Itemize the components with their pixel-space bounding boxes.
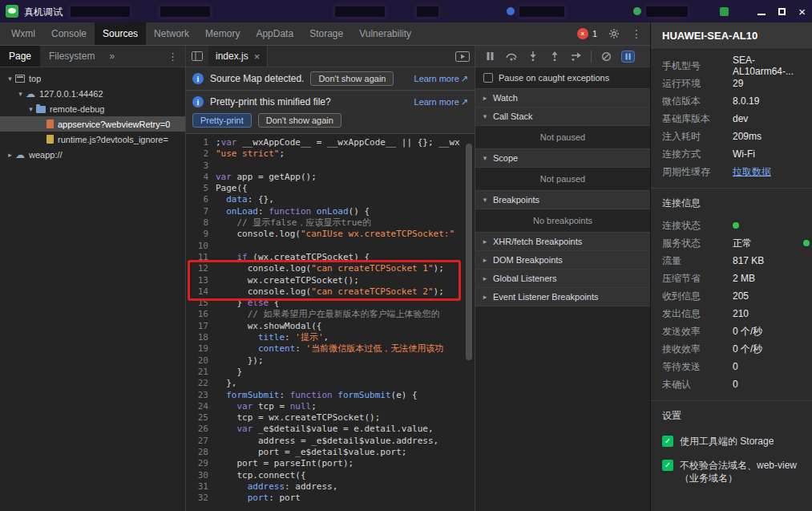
tab-appdata[interactable]: AppData (248, 22, 301, 45)
line-number[interactable]: 12 (186, 263, 208, 274)
section-label: XHR/fetch Breakpoints (493, 237, 582, 246)
line-number[interactable]: 14 (186, 286, 208, 298)
navigator-tab-filesystem[interactable]: Filesystem (40, 46, 103, 67)
tree-item-runtime-js-devtools-ignore[interactable]: runtime.js?devtools_ignore= (0, 132, 185, 147)
tab-vulnerability[interactable]: Vulnerability (351, 22, 419, 45)
section-event-listener-breakpoints[interactable]: ▸Event Listener Breakpoints (475, 288, 650, 306)
toggle-debugger-panel-icon[interactable] (455, 46, 475, 67)
editor-scrollbar[interactable] (466, 144, 472, 360)
setting-option[interactable]: ✓使用工具端的 Storage (651, 429, 812, 453)
connection-row: 未确认0 (651, 375, 812, 393)
tree-item-weapp[interactable]: ▸☁weapp:// (0, 147, 185, 162)
line-number[interactable]: 25 (186, 412, 208, 424)
tab-network[interactable]: Network (146, 22, 197, 45)
pretty-print-button[interactable]: Pretty-print (192, 113, 252, 128)
learn-more-link[interactable]: Learn more↗ (414, 74, 468, 84)
tree-item-appservice-webviewretry-0[interactable]: appservice?webviewRetry=0 (0, 116, 185, 132)
tree-item-127-0-0-1-44462[interactable]: ▾☁127.0.0.1:44462 (0, 86, 185, 101)
line-number[interactable]: 19 (186, 343, 208, 355)
line-number[interactable]: 30 (186, 470, 208, 481)
checkbox-checked[interactable]: ✓ (662, 436, 673, 447)
editor-tab-indexjs[interactable]: index.js × (208, 46, 268, 67)
line-number[interactable]: 4 (186, 172, 208, 183)
section-breakpoints[interactable]: ▾Breakpoints (475, 191, 650, 209)
section-watch[interactable]: ▸Watch (475, 89, 650, 107)
line-number[interactable]: 23 (186, 390, 208, 401)
tree-item-remote-debug[interactable]: ▾remote-debug (0, 101, 185, 116)
info-icon: i (192, 73, 204, 84)
code-editor[interactable]: 1234567891011121314151617181920212223242… (186, 134, 475, 511)
learn-more-link[interactable]: Learn more↗ (414, 97, 468, 107)
line-number[interactable]: 7 (186, 206, 208, 217)
tree-arrow-icon[interactable]: ▸ (5, 151, 15, 159)
code-line-11: if (wx.createTCPSocket) { (216, 252, 475, 263)
redacted-text (160, 6, 210, 17)
close-button[interactable]: × (798, 6, 806, 18)
close-tab-icon[interactable]: × (254, 51, 261, 63)
line-number[interactable]: 2 (186, 148, 208, 160)
section-call-stack[interactable]: ▾Call Stack (475, 107, 650, 126)
kebab-menu-icon[interactable]: ⋮ (631, 27, 642, 40)
tab-overflow-icon[interactable]: » (103, 46, 120, 67)
gear-icon[interactable] (608, 28, 620, 39)
line-number[interactable]: 26 (186, 424, 208, 435)
line-number[interactable]: 6 (186, 194, 208, 205)
tab-sources[interactable]: Sources (95, 22, 146, 45)
line-number[interactable]: 20 (186, 355, 208, 367)
tree-arrow-icon[interactable]: ▾ (5, 75, 15, 83)
tab-memory[interactable]: Memory (197, 22, 248, 45)
tab-console[interactable]: Console (43, 22, 95, 45)
line-number[interactable]: 17 (186, 321, 208, 332)
dont-show-again-button[interactable]: Don't show again (310, 71, 394, 86)
section-dom-breakpoints[interactable]: ▸DOM Breakpoints (475, 251, 650, 270)
line-number[interactable]: 31 (186, 481, 208, 493)
line-number[interactable]: 5 (186, 183, 208, 194)
line-number[interactable]: 15 (186, 298, 208, 309)
line-number[interactable]: 8 (186, 217, 208, 229)
section-label: Scope (493, 153, 518, 163)
section-scope[interactable]: ▾Scope (475, 149, 650, 168)
section-global-listeners[interactable]: ▸Global Listeners (475, 270, 650, 288)
line-number[interactable]: 13 (186, 275, 208, 286)
line-number[interactable]: 21 (186, 367, 208, 378)
line-number[interactable]: 18 (186, 332, 208, 343)
step-into-icon[interactable] (523, 48, 543, 64)
fetch-data-link[interactable]: 拉取数据 (733, 165, 771, 179)
tab-wxml[interactable]: Wxml (3, 22, 43, 45)
line-number[interactable]: 28 (186, 447, 208, 458)
pause-icon[interactable] (480, 48, 499, 64)
line-number[interactable]: 24 (186, 401, 208, 412)
navigator-kebab-menu-icon[interactable]: ⋮ (160, 46, 185, 67)
line-number[interactable]: 16 (186, 309, 208, 320)
code-lines: ;var __wxAppCode__ = __wxAppCode__ || {}… (216, 137, 475, 511)
checkbox-unchecked[interactable] (483, 73, 493, 83)
step-icon[interactable] (567, 48, 586, 64)
pause-on-exceptions-icon[interactable] (618, 48, 637, 64)
tab-storage[interactable]: Storage (301, 22, 351, 45)
maximize-button[interactable] (778, 8, 786, 15)
setting-option[interactable]: ✓不校验合法域名、web-view（业务域名） (651, 453, 812, 490)
tree-arrow-icon[interactable]: ▾ (26, 105, 36, 113)
line-number[interactable]: 10 (186, 241, 208, 252)
line-number[interactable]: 9 (186, 229, 208, 240)
error-badge[interactable]: × 1 (577, 28, 597, 39)
line-number[interactable]: 32 (186, 493, 208, 504)
line-number[interactable]: 27 (186, 436, 208, 447)
line-number[interactable]: 3 (186, 160, 208, 172)
section-xhr-fetch-breakpoints[interactable]: ▸XHR/fetch Breakpoints (475, 233, 650, 251)
line-number[interactable]: 1 (186, 137, 208, 148)
step-out-icon[interactable] (545, 48, 564, 64)
toggle-navigator-icon[interactable] (186, 46, 208, 67)
line-number[interactable]: 11 (186, 252, 208, 263)
minimize-button[interactable] (757, 8, 766, 15)
line-number[interactable]: 29 (186, 458, 208, 469)
dont-show-again-button[interactable]: Don't show again (258, 113, 341, 128)
line-number[interactable]: 22 (186, 378, 208, 389)
pause-on-caught-row[interactable]: Pause on caught exceptions (475, 67, 650, 89)
navigator-tab-page[interactable]: Page (0, 46, 40, 67)
deactivate-breakpoints-icon[interactable] (596, 48, 616, 64)
checkbox-checked[interactable]: ✓ (662, 460, 673, 471)
tree-arrow-icon[interactable]: ▾ (15, 90, 26, 98)
step-over-icon[interactable] (502, 48, 521, 64)
tree-item-top[interactable]: ▾top (0, 71, 185, 86)
